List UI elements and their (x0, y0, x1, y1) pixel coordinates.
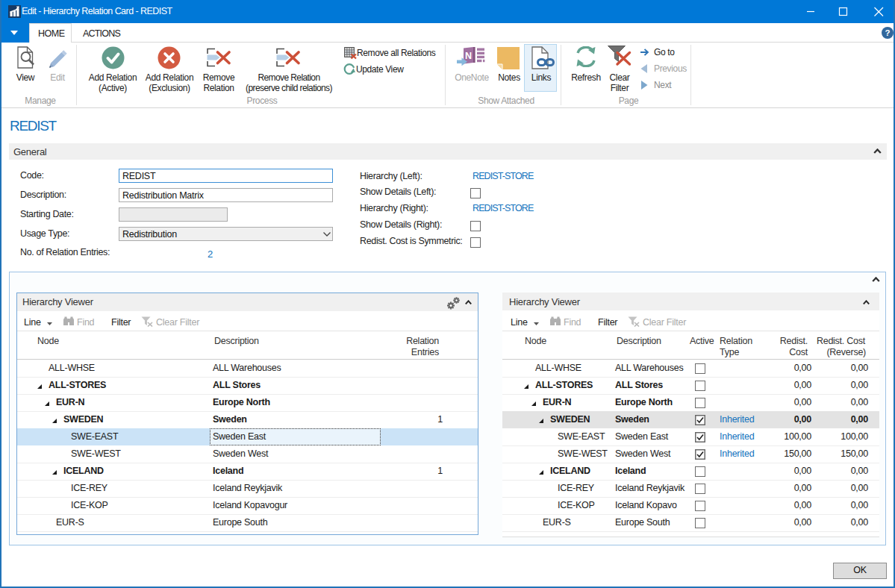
svg-text:N: N (465, 51, 472, 61)
svg-text:?: ? (885, 28, 890, 37)
